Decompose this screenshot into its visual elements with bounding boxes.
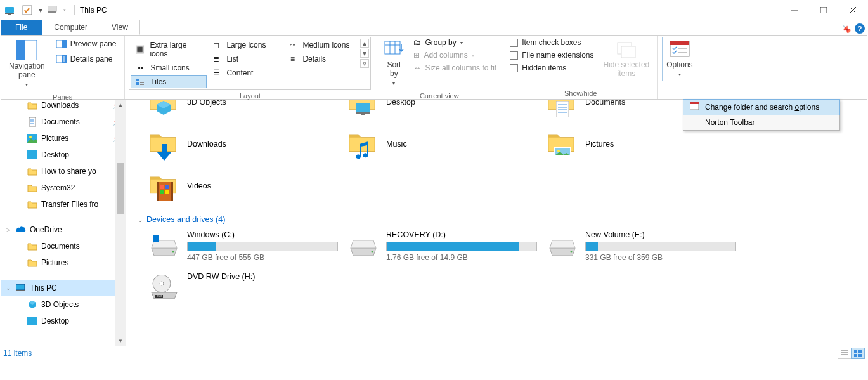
tile-label: Desktop [386,100,415,107]
nav-item[interactable]: Desktop [1,313,126,329]
svg-rect-20 [140,79,144,79]
nav-label: Documents [41,242,80,251]
nav-item[interactable]: How to share yo [1,163,126,180]
nav-item[interactable]: Documents📌 [1,114,126,130]
svg-rect-1 [5,13,14,14]
nav-item[interactable]: Pictures📌 [1,130,126,147]
win-drive-icon [149,230,179,261]
tab-view[interactable]: View [100,20,140,35]
scroll-up-icon[interactable]: ▲ [115,100,126,110]
layout-details[interactable]: ≡Details [283,53,359,65]
folder-tile[interactable]: Videos [144,168,343,204]
norton-toolbar[interactable]: Norton Toolbar [683,115,839,130]
view-tiles-button[interactable] [851,348,865,359]
properties-icon[interactable] [20,4,35,16]
tile-label: Videos [187,181,211,190]
ribbon: Navigation pane▾ Preview pane Details pa… [1,35,867,100]
drive-name: DVD RW Drive (H:) [187,272,338,281]
layout-scroll-down[interactable]: ▾ [360,49,369,58]
file-name-extensions[interactable]: File name extensions [507,49,596,61]
svg-rect-45 [16,290,25,291]
group-current-view: Sort by▾ 🗂Group by ▾ ⊞Add columns ▾ ↔Siz… [375,36,503,99]
folder-tile[interactable]: Desktop [343,100,542,120]
group-by-button[interactable]: 🗂Group by ▾ [411,37,499,48]
item-check-boxes[interactable]: Item check boxes [507,37,596,48]
minimize-button[interactable] [780,1,809,20]
3d-icon [149,100,179,117]
layout-medium[interactable]: ▫▫Medium icons [283,39,359,51]
nav-item[interactable]: Documents [1,238,126,254]
scroll-down-icon[interactable]: ▼ [115,336,126,346]
nav-label: Transfer Files fro [41,200,98,209]
tab-file[interactable]: File [1,20,42,35]
section-header-drives[interactable]: ⌄ Devices and drives (4) [126,210,867,228]
drive-tile[interactable]: DVDDVD RW Drive (H:) [144,270,343,305]
svg-rect-46 [27,317,37,325]
desktop-icon [348,100,379,117]
svg-rect-30 [621,46,635,58]
options-button[interactable]: Options▾ [662,37,697,81]
minimize-ribbon-icon[interactable]: 📌 [842,24,851,33]
nav-onedrive[interactable]: ▷OneDrive [1,221,126,238]
svg-rect-19 [136,79,139,81]
qat-dropdown-icon[interactable]: ▾ [36,4,45,16]
folder-tile[interactable]: 3D Objects [144,100,343,120]
scroll-thumb[interactable] [117,163,124,214]
layout-content[interactable]: ☰Content [207,67,283,79]
nav-item[interactable]: 3D Objects [1,296,126,313]
preview-pane-button[interactable]: Preview pane [52,37,121,51]
nav-this-pc[interactable]: ⌄This PC [1,280,126,296]
drive-tile[interactable]: New Volume (E:)331 GB free of 359 GB [542,228,741,265]
layout-tiles[interactable]: Tiles [131,75,207,88]
svg-rect-25 [385,41,400,54]
nav-label: Desktop [41,317,69,325]
layout-expand[interactable]: ▿ [360,59,369,68]
svg-point-42 [29,136,32,138]
svg-rect-61 [160,185,164,189]
folder-tile[interactable]: Downloads [144,126,343,162]
help-icon[interactable]: ? [855,23,865,34]
drive-tile[interactable]: RECOVERY (D:)1.76 GB free of 14.9 GB [343,228,542,265]
onedrive-icon [16,225,26,235]
layout-extra-large[interactable]: 🔳Extra large icons [131,39,207,60]
videos-icon [149,171,179,201]
layout-gallery[interactable]: 🔳Extra large icons ▪▪Small icons Tiles ◻… [129,37,371,90]
navigation-tree[interactable]: Downloads📌Documents📌Pictures📌DesktopHow … [1,100,126,346]
folder-tile[interactable]: Music [343,126,542,162]
nav-label: Pictures [41,258,68,267]
title-bar: ▾ ▾ This PC [1,1,867,20]
norton-toolbar-label: Norton Toolbar [705,118,755,127]
title-dropdown-icon[interactable]: ▾ [60,4,69,16]
svg-rect-43 [27,150,37,159]
drive-tile[interactable]: Windows (C:)447 GB free of 555 GB [144,228,343,265]
nav-item[interactable]: System32 [1,180,126,196]
view-details-button[interactable] [838,348,852,359]
change-folder-options[interactable]: Change folder and search options [683,99,840,115]
nav-label: Desktop [41,150,69,159]
svg-rect-22 [136,82,139,85]
close-button[interactable] [838,1,867,20]
layout-list[interactable]: ≣List [207,53,283,65]
nav-item[interactable]: Transfer Files fro [1,196,126,213]
pic-icon [27,133,37,143]
maximize-button[interactable] [809,1,838,20]
chevron-right-icon: ▷ [6,226,10,233]
hidden-items[interactable]: Hidden items [507,62,596,74]
nav-item[interactable]: Desktop [1,147,126,163]
navigation-pane-button[interactable]: Navigation pane▾ [4,37,49,91]
layout-scroll-up[interactable]: ▴ [360,39,369,48]
bluefolder-icon [27,316,37,326]
svg-point-65 [172,251,174,253]
details-pane-button[interactable]: Details pane [52,52,121,66]
nav-scrollbar[interactable]: ▲ ▼ [115,100,126,346]
add-columns-button: ⊞Add columns ▾ [411,49,499,61]
sort-by-button[interactable]: Sort by▾ [379,37,408,90]
svg-point-71 [372,251,373,253]
tab-computer[interactable]: Computer [42,20,100,35]
nav-item[interactable]: Pictures [1,254,126,271]
nav-item[interactable]: Downloads📌 [1,100,126,114]
group-options: Options▾ [658,36,701,99]
folder-tile[interactable]: Pictures [542,126,741,162]
layout-small[interactable]: ▪▪Small icons [131,62,207,74]
layout-large[interactable]: ◻Large icons [207,39,283,51]
